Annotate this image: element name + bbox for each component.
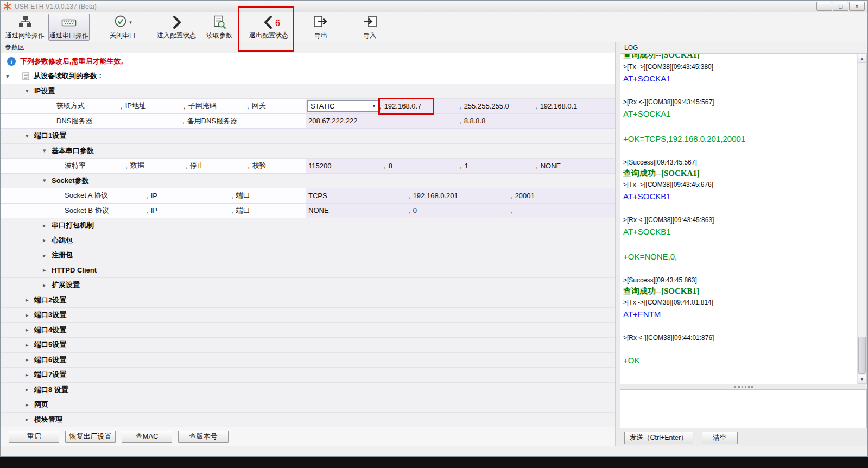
tree-section-serial-basic[interactable]: ▾ 基本串口参数 xyxy=(1,144,615,159)
socket-b-port-value[interactable]: , xyxy=(510,206,515,214)
tree-section-port1[interactable]: ▾ 端口1设置 xyxy=(1,129,615,144)
section-title: 扩展设置 xyxy=(52,280,80,290)
tree-section-collapsed[interactable]: ▸端口8 设置 xyxy=(1,383,615,398)
toolbar-serial-operate-button[interactable]: 通过串口操作 xyxy=(48,14,90,41)
serial-row-values: 115200 ,8 ,1 ,NONE xyxy=(306,159,615,173)
tree-section-collapsed[interactable]: ▸端口4设置 xyxy=(1,323,615,338)
expand-arrow-icon[interactable]: ▸ xyxy=(43,267,52,274)
tree-section-collapsed[interactable]: ▸串口打包机制 xyxy=(1,218,615,233)
expand-arrow-icon[interactable]: ▸ xyxy=(26,312,34,319)
factory-reset-button[interactable]: 恢复出厂设置 xyxy=(65,431,116,443)
label-baud-rate: 波特率 xyxy=(65,161,125,170)
log-scrollbar[interactable]: ▲ ▼ xyxy=(857,54,866,384)
label-socket-a-ip: ,IP xyxy=(146,192,231,200)
toolbar-exit-config-button[interactable]: 退出配置状态 xyxy=(242,14,296,41)
socket-b-ip-value[interactable]: ,0 xyxy=(408,206,510,214)
ip-method-select[interactable]: STATIC▼ xyxy=(307,100,379,112)
tree-section-collapsed[interactable]: ▸扩展设置 xyxy=(1,278,615,293)
log-line: AT+SOCKB1 xyxy=(623,225,857,239)
send-button[interactable]: 发送（Ctrl+Enter） xyxy=(624,432,693,444)
toolbar-import-button[interactable]: 导入 xyxy=(353,14,386,41)
expand-arrow-icon[interactable]: ▾ xyxy=(26,132,34,140)
toolbar-close-serial-button[interactable]: ▾ 关闭串口 xyxy=(99,14,146,41)
parity-value[interactable]: ,NONE xyxy=(536,162,561,170)
toolbar-export-button[interactable]: 导出 xyxy=(305,14,337,41)
expand-arrow-icon[interactable]: ▸ xyxy=(26,326,34,333)
tree-section-collapsed[interactable]: ▸网页 xyxy=(1,397,615,413)
socket-a-port-value[interactable]: ,20001 xyxy=(510,192,535,200)
restart-button[interactable]: 重启 xyxy=(9,431,59,443)
tree-section-ip[interactable]: ▾ IP设置 xyxy=(1,84,615,99)
label-parity: ,校验 xyxy=(248,161,267,170)
section-title: 端口4设置 xyxy=(34,325,66,335)
expand-arrow-icon[interactable]: ▾ xyxy=(43,177,52,184)
chevron-down-icon[interactable]: ▾ xyxy=(129,20,132,25)
scroll-up-icon[interactable]: ▲ xyxy=(858,54,867,63)
tree-section-collapsed[interactable]: ▸端口2设置 xyxy=(1,293,615,308)
tree-section-collapsed[interactable]: ▸心跳包 xyxy=(1,233,615,249)
gateway-value[interactable]: ,192.168.0.1 xyxy=(535,102,577,110)
toolbar-network-operate-button[interactable]: 通过网络操作 xyxy=(4,14,46,41)
socket-b-labels: Socket B 协议 ,IP ,端口 xyxy=(1,204,306,218)
socket-a-ip-value[interactable]: ,192.168.0.201 xyxy=(408,192,510,200)
socket-a-row: Socket A 协议 ,IP ,端口 TCPS ,192.168.0.201 … xyxy=(1,188,615,204)
expand-arrow-icon[interactable]: ▾ xyxy=(26,87,34,94)
log-input-splitter[interactable] xyxy=(620,384,867,389)
expand-arrow-icon[interactable]: ▸ xyxy=(26,401,34,408)
expand-arrow-icon[interactable]: ▸ xyxy=(26,296,34,303)
expand-arrow-icon[interactable]: ▸ xyxy=(43,237,52,244)
expand-arrow-icon[interactable]: ▸ xyxy=(26,371,34,378)
tree-section-collapsed[interactable]: ▸注册包 xyxy=(1,248,615,263)
section-title: IP设置 xyxy=(34,86,55,96)
expand-arrow-icon[interactable]: ▸ xyxy=(26,416,34,423)
baud-rate-value[interactable]: 115200 xyxy=(306,162,384,170)
tree-section-collapsed[interactable]: ▸端口3设置 xyxy=(1,308,615,323)
stop-bits-value[interactable]: ,1 xyxy=(460,162,536,170)
tree-section-collapsed[interactable]: ▸端口7设置 xyxy=(1,368,615,383)
check-mac-button[interactable]: 查MAC xyxy=(122,431,172,443)
annotation-step-number: 6 xyxy=(275,18,280,28)
notice-text: 下列参数修改后,需重启才能生效。 xyxy=(20,56,128,66)
toolbar-read-params-button[interactable]: 读取参数 xyxy=(200,14,238,41)
expand-arrow-icon[interactable]: ▸ xyxy=(43,252,52,259)
tree-section-socket[interactable]: ▾ Socket参数 xyxy=(1,174,615,189)
expand-arrow-icon[interactable]: ▾ xyxy=(6,73,15,80)
close-button[interactable]: ✕ xyxy=(849,2,865,11)
data-bits-value[interactable]: ,8 xyxy=(384,162,460,170)
import-icon xyxy=(362,15,377,30)
log-send-input[interactable] xyxy=(620,389,867,428)
expand-arrow-icon[interactable]: ▸ xyxy=(26,341,34,349)
expand-arrow-icon[interactable]: ▾ xyxy=(43,147,52,154)
toolbar-enter-config-button[interactable]: 进入配置状态 xyxy=(154,14,199,41)
expand-arrow-icon[interactable]: ▸ xyxy=(43,282,52,289)
check-version-button[interactable]: 查版本号 xyxy=(178,431,229,443)
tree-section-collapsed[interactable]: ▸HTTPD Client xyxy=(1,263,615,279)
clear-button[interactable]: 清空 xyxy=(702,432,738,444)
scrollbar-thumb[interactable] xyxy=(858,337,866,374)
dns-backup-value[interactable]: ,8.8.8.8 xyxy=(459,117,485,125)
dns-value[interactable]: 208.67.222.222 xyxy=(306,117,459,125)
socket-a-protocol-value[interactable]: TCPS xyxy=(306,192,408,200)
ip-address-value[interactable]: ,192.168.0.7 xyxy=(379,102,459,110)
expand-arrow-icon[interactable]: ▸ xyxy=(43,222,52,229)
toolbar-button-label: 通过串口操作 xyxy=(49,31,88,40)
subnet-mask-value[interactable]: ,255.255.255.0 xyxy=(459,102,535,110)
app-logo-icon xyxy=(3,2,11,10)
section-title: 端口3设置 xyxy=(34,310,66,320)
toolbar-button-label: 导出 xyxy=(314,31,327,40)
section-title: 心跳包 xyxy=(52,236,73,245)
socket-b-protocol-value[interactable]: NONE xyxy=(306,206,408,214)
minimize-button[interactable]: ─ xyxy=(816,2,832,11)
tree-section-collapsed[interactable]: ▸端口5设置 xyxy=(1,338,615,353)
scroll-down-icon[interactable]: ▼ xyxy=(858,375,867,384)
maximize-button[interactable]: ▢ xyxy=(833,2,848,11)
expand-arrow-icon[interactable]: ▸ xyxy=(26,356,34,363)
tree-section-collapsed[interactable]: ▸模块管理 xyxy=(1,413,615,427)
chevron-right-icon xyxy=(170,15,183,30)
log-line: 查询成功--[SOCKB1] xyxy=(623,285,857,297)
main-area: 参数区 i 下列参数修改后,需重启才能生效。 ▾ 从设备读取到的参数 : ▾ I… xyxy=(1,42,867,446)
expand-arrow-icon[interactable]: ▸ xyxy=(26,386,34,393)
tree-root-row[interactable]: ▾ 从设备读取到的参数 : xyxy=(1,69,615,84)
panel-splitter[interactable] xyxy=(616,42,620,446)
tree-section-collapsed[interactable]: ▸端口6设置 xyxy=(1,353,615,368)
